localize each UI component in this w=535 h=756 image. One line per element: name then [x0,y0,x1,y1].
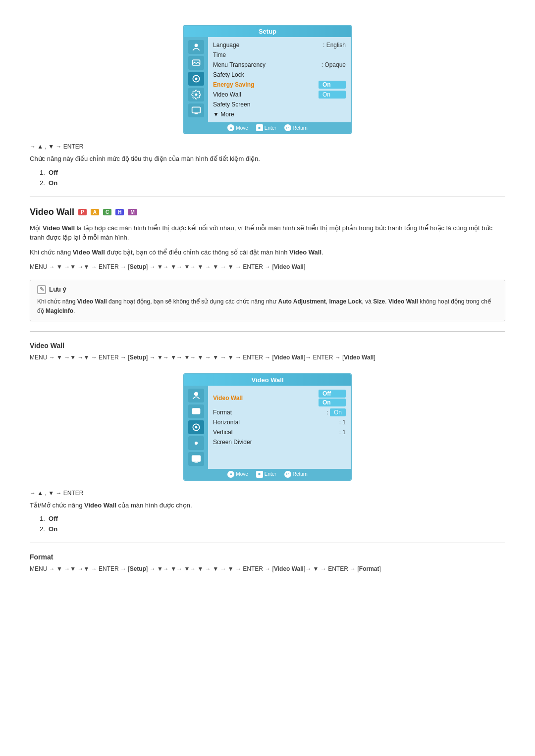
section-divider-2 [30,331,505,332]
svg-point-0 [195,44,198,47]
menu-icon-4 [188,88,204,101]
energy-saving-nav: → ▲ , ▼ → ENTER [30,143,505,150]
vw-menu-footer: ● Move ■ Enter ↩ Return [184,469,351,480]
vw-return-icon: ↩ [284,471,291,478]
footer-move-label: Move [236,125,248,131]
menu-icon-3 [188,72,204,86]
vw-row-vertical: Vertical : 1 [213,427,346,437]
option-on-label: On [49,179,57,187]
video-wall-label: Video Wall [213,91,319,98]
video-wall-menu-screenshot: Video Wall [30,373,505,481]
note-text: Khi chức năng Video Wall đang hoạt động,… [37,297,498,316]
vw-footer-enter: ■ Enter [256,471,276,478]
video-wall-intro: Một Video Wall là tập hợp các màn hình h… [30,223,505,243]
format-menu-path: MENU → ▼ →▼ →▼ → ENTER → [Setup] → ▼→ ▼→… [30,564,505,575]
vw-screen-divider-label: Screen Divider [213,439,346,446]
vw-footer-move-label: Move [236,471,248,477]
vw-row-videowall: Video Wall Off On [213,389,346,407]
setup-menu-items: Language : English Time Menu Transparenc… [208,37,351,122]
menu-icon-1 [188,40,204,54]
video-wall-menu-title: Video Wall [184,374,351,386]
badge-m: M [128,209,137,215]
option-off-label: Off [49,169,58,176]
video-wall-when-on: Khi chức năng Video Wall được bật, bạn c… [30,248,505,257]
svg-point-3 [195,78,198,80]
vw-footer-return: ↩ Return [284,471,308,478]
language-label: Language [213,42,323,49]
badge-c: C [103,209,111,215]
menu-row-more: ▼ More [213,109,346,119]
transparency-label: Menu Transparency [213,61,321,68]
menu-icon-column [184,37,208,122]
vw-horizontal-value: : 1 [339,419,346,426]
enter-icon: ■ [256,124,263,131]
transparency-value: : Opaque [321,61,346,68]
vw-footer-move: ● Move [227,471,248,478]
video-wall-value: On [319,91,346,99]
vw-option-desc: Tắt/Mở chức năng Video Wall của màn hình… [30,501,505,510]
vw-option-2: 2. On [40,525,505,533]
menu-icon-5 [188,103,204,117]
vw-icon-3 [188,420,204,434]
vw-icon-4 [188,436,204,450]
vw-value-off: Off [319,390,346,398]
setup-menu-title: Setup [184,26,351,37]
vw-videowall-label: Video Wall [213,395,319,402]
vw-value-on: On [319,399,346,406]
badge-h: H [115,209,124,215]
move-icon: ● [227,124,234,131]
energy-saving-desc: Chức năng này điều chỉnh mức độ tiêu thụ… [30,154,505,164]
svg-rect-11 [192,455,201,461]
note-title: Lưu ý [49,286,66,293]
vw-format-label: Format [213,409,326,416]
video-wall-section-title: Video Wall [30,207,74,217]
energy-saving-value: On [319,81,346,89]
vw-footer-enter-label: Enter [265,471,276,477]
menu-row-safety-screen: Safety Screen [213,100,346,109]
footer-return: ↩ Return [284,124,308,131]
option-1-off: 1. Off [40,169,505,176]
video-wall-section-header: Video Wall P A C H M [30,207,505,217]
menu-icon-2 [188,56,204,70]
svg-point-10 [195,426,198,428]
menu-row-energy-saving: Energy Saving On [213,80,346,90]
setup-menu-footer: ● Move ■ Enter ↩ Return [184,122,351,133]
vw-row-screen-divider: Screen Divider [213,437,346,447]
vw-icon-1 [188,389,204,403]
time-label: Time [213,51,346,58]
setup-menu-screenshot: Setup [30,25,505,134]
video-wall-menu-path: MENU → ▼ →▼ →▼ → ENTER → [Setup] → ▼→ ▼→… [30,262,505,273]
energy-saving-label: Energy Saving [213,81,319,88]
footer-move: ● Move [227,124,248,131]
vw-vertical-label: Vertical [213,429,339,436]
more-label: ▼ More [213,111,346,118]
menu-row-safety-lock: Safety Lock [213,70,346,80]
safety-lock-label: Safety Lock [213,71,346,78]
vw-nav-arrows: → ▲ , ▼ → ENTER [30,490,505,497]
vw-icon-column [184,386,208,469]
safety-screen-label: Safety Screen [213,101,346,108]
return-icon: ↩ [284,124,291,131]
setup-menu-box: Setup [183,25,352,134]
vw-vertical-value: : 1 [339,429,346,436]
vw-videowall-values: Off On [319,390,346,406]
vw-icon-5 [188,452,204,466]
vw-icon-2 [188,404,204,418]
menu-row-transparency: Menu Transparency : Opaque [213,60,346,70]
video-wall-subsection-title: Video Wall [30,342,505,350]
video-wall-sub-menu-path: MENU → ▼ →▼ →▼ → ENTER → [Setup] → ▼→ ▼→… [30,353,505,363]
vw-menu-items: Video Wall Off On Format : On Horizontal… [208,386,351,469]
vw-footer-return-label: Return [293,471,308,477]
menu-row-time: Time [213,50,346,60]
footer-return-label: Return [293,125,308,131]
option-2-on: 2. On [40,179,505,187]
note-box: ✎ Lưu ý Khi chức năng Video Wall đang ho… [30,280,505,321]
note-pencil-icon: ✎ [37,285,46,294]
vw-option-1: 1. Off [40,515,505,522]
vw-enter-icon: ■ [256,471,263,478]
badge-p: P [78,209,87,215]
menu-row-video-wall: Video Wall On [213,90,346,100]
section-divider-1 [30,197,505,197]
vw-row-horizontal: Horizontal : 1 [213,417,346,427]
vw-option-on: On [49,525,57,533]
